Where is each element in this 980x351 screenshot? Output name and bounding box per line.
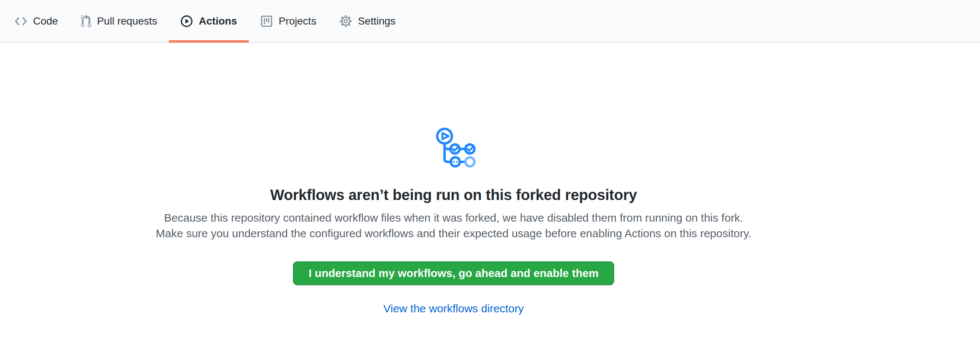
git-pull-request-icon — [81, 14, 91, 28]
tab-actions[interactable]: Actions — [169, 0, 249, 42]
tab-actions-label: Actions — [199, 15, 237, 27]
blankslate-description: Because this repository contained workfl… — [152, 210, 756, 241]
tab-pull-requests[interactable]: Pull requests — [70, 0, 169, 42]
tab-settings[interactable]: Settings — [328, 0, 407, 42]
tab-code[interactable]: Code — [3, 0, 70, 42]
tab-settings-label: Settings — [358, 15, 396, 27]
code-icon — [14, 16, 27, 26]
tab-projects-label: Projects — [279, 15, 317, 27]
blankslate-title: Workflows aren’t being run on this forke… — [0, 187, 907, 203]
actions-blankslate: Workflows aren’t being run on this forke… — [0, 126, 907, 315]
project-icon — [260, 15, 273, 27]
tab-pull-requests-label: Pull requests — [97, 15, 157, 27]
gear-icon — [339, 15, 352, 27]
enable-workflows-button[interactable]: I understand my workflows, go ahead and … — [293, 261, 614, 285]
view-workflows-directory-link[interactable]: View the workflows directory — [383, 302, 524, 315]
workflow-graph-icon — [432, 126, 476, 170]
repo-tab-nav: Code Pull requests Actions Projects — [0, 0, 980, 43]
tab-projects[interactable]: Projects — [249, 0, 328, 42]
tab-code-label: Code — [33, 15, 58, 27]
play-circle-icon — [180, 15, 193, 27]
